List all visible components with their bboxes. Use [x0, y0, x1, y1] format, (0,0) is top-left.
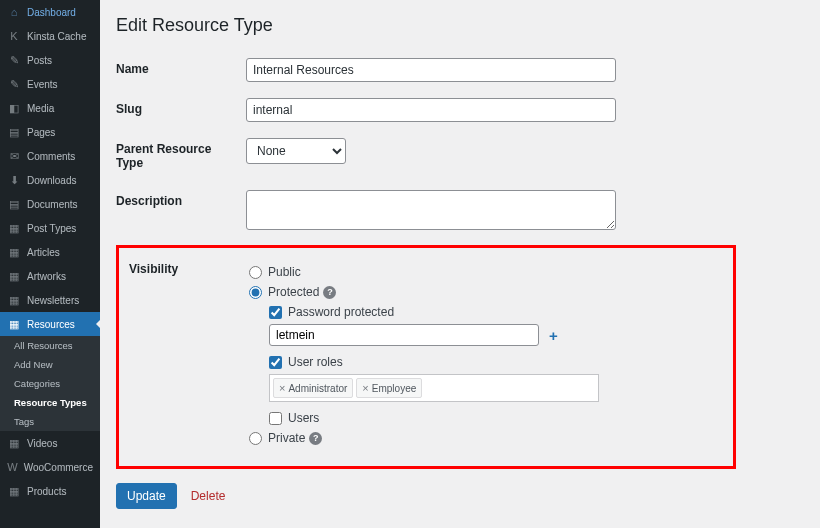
sidebar-item-posts[interactable]: ✎Posts	[0, 48, 100, 72]
sidebar-item-media[interactable]: ◧Media	[0, 96, 100, 120]
parent-select[interactable]: None	[246, 138, 346, 164]
download-icon: ⬇	[7, 173, 21, 187]
grid-icon: ▦	[7, 317, 21, 331]
parent-label: Parent Resource Type	[116, 130, 246, 182]
comment-icon: ✉	[7, 149, 21, 163]
visibility-label: Visibility	[119, 254, 249, 456]
sidebar-item-label: Documents	[27, 199, 78, 210]
visibility-private-row[interactable]: Private ?	[249, 428, 713, 448]
password-row: +	[249, 322, 713, 352]
password-protected-label: Password protected	[288, 305, 394, 319]
page-title: Edit Resource Type	[116, 15, 804, 36]
document-icon: ▤	[7, 197, 21, 211]
users-row[interactable]: Users	[249, 408, 713, 428]
sidebar-item-videos[interactable]: ▦Videos	[0, 431, 100, 455]
sidebar-item-label: Media	[27, 103, 54, 114]
user-roles-checkbox[interactable]	[269, 356, 282, 369]
sidebar-item-label: Products	[27, 486, 66, 497]
name-input[interactable]	[246, 58, 616, 82]
sidebar-subitem-all-resources[interactable]: All Resources	[0, 336, 100, 355]
visibility-table: Visibility Public Protected ? Password p…	[119, 254, 723, 456]
sidebar-item-documents[interactable]: ▤Documents	[0, 192, 100, 216]
sidebar-item-label: Downloads	[27, 175, 76, 186]
update-button[interactable]: Update	[116, 483, 177, 509]
help-icon[interactable]: ?	[309, 432, 322, 445]
role-tag-employee[interactable]: ×Employee	[356, 378, 422, 398]
user-roles-label: User roles	[288, 355, 343, 369]
users-label: Users	[288, 411, 319, 425]
description-textarea[interactable]	[246, 190, 616, 230]
visibility-private-radio[interactable]	[249, 432, 262, 445]
pin-icon: ✎	[7, 53, 21, 67]
password-protected-row[interactable]: Password protected	[249, 302, 713, 322]
role-tag-administrator[interactable]: ×Administrator	[273, 378, 353, 398]
sidebar-item-downloads[interactable]: ⬇Downloads	[0, 168, 100, 192]
sidebar-item-label: Articles	[27, 247, 60, 258]
kinsta-icon: K	[7, 29, 21, 43]
sidebar-item-kinsta-cache[interactable]: KKinsta Cache	[0, 24, 100, 48]
sidebar-item-events[interactable]: ✎Events	[0, 72, 100, 96]
sidebar-item-post-types[interactable]: ▦Post Types	[0, 216, 100, 240]
sidebar-item-label: Artworks	[27, 271, 66, 282]
visibility-public-row[interactable]: Public	[249, 262, 713, 282]
password-protected-checkbox[interactable]	[269, 306, 282, 319]
visibility-protected-row[interactable]: Protected ?	[249, 282, 713, 302]
visibility-protected-radio[interactable]	[249, 286, 262, 299]
sidebar-item-comments[interactable]: ✉Comments	[0, 144, 100, 168]
sidebar-item-label: WooCommerce	[24, 462, 93, 473]
grid-icon: ▦	[7, 221, 21, 235]
main-content: Edit Resource Type Name Slug Parent Reso…	[100, 0, 820, 528]
sidebar-subitem-categories[interactable]: Categories	[0, 374, 100, 393]
sidebar-item-label: Videos	[27, 438, 57, 449]
sidebar-item-resources[interactable]: ▦Resources	[0, 312, 100, 336]
sidebar-item-artworks[interactable]: ▦Artworks	[0, 264, 100, 288]
actions-row: Update Delete	[116, 483, 804, 509]
slug-input[interactable]	[246, 98, 616, 122]
visibility-public-label: Public	[268, 265, 301, 279]
grid-icon: ▦	[7, 293, 21, 307]
help-icon[interactable]: ?	[323, 286, 336, 299]
sidebar-item-articles[interactable]: ▦Articles	[0, 240, 100, 264]
sidebar-item-label: Resources	[27, 319, 75, 330]
slug-label: Slug	[116, 90, 246, 130]
users-checkbox[interactable]	[269, 412, 282, 425]
sidebar-item-label: Posts	[27, 55, 52, 66]
sidebar-subitem-resource-types[interactable]: Resource Types	[0, 393, 100, 412]
name-label: Name	[116, 50, 246, 90]
pin-icon: ✎	[7, 77, 21, 91]
delete-link[interactable]: Delete	[191, 489, 226, 503]
grid-icon: ▦	[7, 436, 21, 450]
sidebar-item-label: Events	[27, 79, 58, 90]
woocommerce-icon: W	[7, 460, 18, 474]
visibility-protected-label: Protected	[268, 285, 319, 299]
sidebar-item-products[interactable]: ▦Products	[0, 479, 100, 503]
sidebar-item-newsletters[interactable]: ▦Newsletters	[0, 288, 100, 312]
sidebar-item-label: Pages	[27, 127, 55, 138]
sidebar-subitem-tags[interactable]: Tags	[0, 412, 100, 431]
sidebar-item-label: Dashboard	[27, 7, 76, 18]
sidebar-item-label: Comments	[27, 151, 75, 162]
sidebar-item-label: Post Types	[27, 223, 76, 234]
sidebar-subitem-add-new[interactable]: Add New	[0, 355, 100, 374]
sidebar-item-label: Newsletters	[27, 295, 79, 306]
grid-icon: ▦	[7, 245, 21, 259]
sidebar-item-woocommerce[interactable]: WWooCommerce	[0, 455, 100, 479]
grid-icon: ▦	[7, 269, 21, 283]
admin-sidebar: ⌂Dashboard KKinsta Cache ✎Posts ✎Events …	[0, 0, 100, 528]
sidebar-item-label: Kinsta Cache	[27, 31, 86, 42]
sidebar-item-dashboard[interactable]: ⌂Dashboard	[0, 0, 100, 24]
user-roles-box[interactable]: ×Administrator ×Employee	[269, 374, 599, 402]
password-input[interactable]	[269, 324, 539, 346]
form-table: Name Slug Parent Resource Type None Desc…	[116, 50, 804, 241]
user-roles-row[interactable]: User roles	[249, 352, 713, 372]
sidebar-item-pages[interactable]: ▤Pages	[0, 120, 100, 144]
add-password-button[interactable]: +	[545, 327, 562, 344]
visibility-public-radio[interactable]	[249, 266, 262, 279]
visibility-private-label: Private	[268, 431, 305, 445]
page-icon: ▤	[7, 125, 21, 139]
dashboard-icon: ⌂	[7, 5, 21, 19]
remove-icon[interactable]: ×	[362, 382, 368, 394]
remove-icon[interactable]: ×	[279, 382, 285, 394]
grid-icon: ▦	[7, 484, 21, 498]
description-label: Description	[116, 182, 246, 241]
